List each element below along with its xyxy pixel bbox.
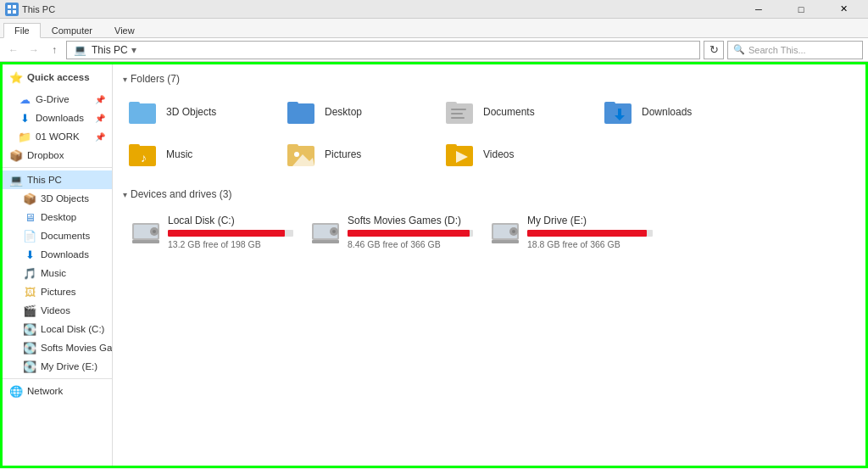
drive-item-softs-d[interactable]: Softs Movies Games (D:) 8.46 GB free of … xyxy=(303,207,481,256)
folders-section-title: Folders (7) xyxy=(131,73,180,85)
sidebar-item-quick-access[interactable]: ⭐ Quick access xyxy=(3,68,112,87)
3d-objects-icon: 📦 xyxy=(23,192,36,205)
g-drive-label: G-Drive xyxy=(36,94,70,104)
window-controls: ─ □ ✕ xyxy=(739,0,863,19)
drive-name-softs-d: Softs Movies Games (D:) xyxy=(348,215,473,226)
folder-item-music[interactable]: ♪ Music xyxy=(123,134,280,175)
sidebar-item-softs-movies[interactable]: 💽 Softs Movies Game... xyxy=(3,338,112,357)
tab-file[interactable]: File xyxy=(3,23,41,38)
sidebar-item-desktop[interactable]: 🖥 Desktop xyxy=(3,208,112,226)
ribbon: File Computer View xyxy=(0,19,868,38)
svg-text:♪: ♪ xyxy=(141,151,147,165)
sidebar-item-dropbox[interactable]: 📦 Dropbox xyxy=(3,146,112,165)
svg-point-21 xyxy=(294,152,299,157)
folders-section-header[interactable]: ▾ Folders (7) xyxy=(123,70,855,88)
softs-movies-label: Softs Movies Game... xyxy=(41,343,112,353)
sidebar-item-documents[interactable]: 📄 Documents xyxy=(3,226,112,245)
this-pc-label: This PC xyxy=(27,175,62,185)
sidebar-item-01work[interactable]: 📁 01 WORK 📌 xyxy=(3,127,112,146)
sidebar-item-downloads[interactable]: ⬇ Downloads 📌 xyxy=(3,109,112,127)
music-label: Music xyxy=(41,268,66,278)
folder-icon-3d-objects xyxy=(129,97,159,127)
sidebar-item-network[interactable]: 🌐 Network xyxy=(3,382,112,400)
minimize-button[interactable]: ─ xyxy=(739,0,778,19)
sidebar-item-videos[interactable]: 🎬 Videos xyxy=(3,301,112,320)
sidebar-divider-2 xyxy=(3,378,112,379)
desktop-icon: 🖥 xyxy=(23,210,36,224)
forward-button[interactable]: → xyxy=(25,42,42,59)
local-disk-c-icon: 💽 xyxy=(23,322,36,336)
downloads-label: Downloads xyxy=(36,113,84,123)
work-pin: 📌 xyxy=(95,132,105,142)
drive-bar-fill-my-drive-e xyxy=(527,230,647,237)
drive-bar-fill-softs-d xyxy=(348,230,470,237)
network-icon: 🌐 xyxy=(9,384,23,398)
quick-access-label: Quick access xyxy=(27,72,90,82)
svg-rect-11 xyxy=(451,113,463,114)
drive-space-local-c: 13.2 GB free of 198 GB xyxy=(168,239,293,249)
refresh-button[interactable]: ↻ xyxy=(704,41,724,59)
search-placeholder: Search This... xyxy=(748,45,806,55)
drive-bar-bg-softs-d xyxy=(348,230,473,237)
folder-item-videos[interactable]: Videos xyxy=(440,134,597,175)
up-button[interactable]: ↑ xyxy=(46,42,63,59)
folder-item-documents[interactable]: Documents xyxy=(440,92,597,132)
sidebar-item-music[interactable]: 🎵 Music xyxy=(3,264,112,282)
sidebar-item-3d-objects[interactable]: 📦 3D Objects xyxy=(3,189,112,208)
window-title: This PC xyxy=(22,4,55,14)
sidebar-item-local-disk-c[interactable]: 💽 Local Disk (C:) xyxy=(3,320,112,338)
svg-rect-35 xyxy=(312,240,339,243)
address-path-bar[interactable]: 💻 This PC ▾ xyxy=(66,41,700,59)
sidebar-item-my-drive-e[interactable]: 💽 My Drive (E:) xyxy=(3,357,112,376)
maximize-button[interactable]: □ xyxy=(782,0,821,19)
app-icon xyxy=(5,3,19,16)
svg-rect-14 xyxy=(604,102,615,109)
pictures-icon: 🖼 xyxy=(23,285,36,299)
folder-icon-music: ♪ xyxy=(129,139,159,170)
videos-icon: 🎬 xyxy=(23,304,36,317)
folder-item-desktop[interactable]: Desktop xyxy=(281,92,438,132)
drive-name-my-drive-e: My Drive (E:) xyxy=(527,215,653,226)
drive-icon-local-c xyxy=(131,216,161,247)
sidebar-item-pictures[interactable]: 🖼 Pictures xyxy=(3,282,112,301)
close-button[interactable]: ✕ xyxy=(824,0,863,19)
3d-objects-label: 3D Objects xyxy=(41,193,89,204)
folder-label-videos: Videos xyxy=(483,148,514,160)
sidebar-item-g-drive[interactable]: ☁ G-Drive 📌 xyxy=(3,90,112,109)
address-bar: ← → ↑ 💻 This PC ▾ ↻ 🔍 Search This... xyxy=(0,38,868,62)
work-label: 01 WORK xyxy=(36,131,80,142)
drive-item-my-drive-e[interactable]: My Drive (E:) 18.8 GB free of 366 GB xyxy=(482,207,660,256)
svg-point-34 xyxy=(332,230,336,233)
videos-label: Videos xyxy=(41,305,70,315)
quick-access-icon: ⭐ xyxy=(9,70,23,84)
folder-item-3d-objects[interactable]: 3D Objects xyxy=(123,92,280,132)
local-disk-c-label: Local Disk (C:) xyxy=(41,324,104,334)
search-box[interactable]: 🔍 Search This... xyxy=(727,41,863,59)
tab-computer[interactable]: Computer xyxy=(41,23,103,37)
drives-chevron-icon: ▾ xyxy=(123,190,127,199)
back-button[interactable]: ← xyxy=(5,42,22,59)
svg-rect-2 xyxy=(8,10,11,14)
folder-item-pictures[interactable]: Pictures xyxy=(281,134,438,175)
sidebar-item-downloads2[interactable]: ⬇ Downloads xyxy=(3,245,112,264)
sidebar-item-this-pc[interactable]: 💻 This PC xyxy=(3,170,112,189)
downloads2-label: Downloads xyxy=(41,249,89,260)
folder-label-documents: Documents xyxy=(483,106,535,118)
dropbox-icon: 📦 xyxy=(9,148,23,162)
folder-item-downloads[interactable]: Downloads xyxy=(598,92,755,132)
pictures-label: Pictures xyxy=(41,287,76,297)
drive-bar-bg-local-c xyxy=(168,230,293,237)
sidebar: ⭐ Quick access ☁ G-Drive 📌 ⬇ Downloads 📌… xyxy=(3,64,113,466)
folder-label-pictures: Pictures xyxy=(325,148,361,160)
svg-rect-5 xyxy=(129,102,140,109)
music-icon: 🎵 xyxy=(23,266,36,280)
search-icon: 🔍 xyxy=(733,44,745,55)
drives-section-header[interactable]: ▾ Devices and drives (3) xyxy=(123,185,855,204)
tab-view[interactable]: View xyxy=(103,23,146,37)
sidebar-divider-1 xyxy=(3,167,112,168)
folder-icon-documents xyxy=(446,97,476,127)
svg-point-29 xyxy=(153,230,156,233)
drive-item-local-c[interactable]: Local Disk (C:) 13.2 GB free of 198 GB xyxy=(123,207,301,256)
documents-label: Documents xyxy=(41,231,90,241)
folder-label-downloads: Downloads xyxy=(642,106,692,118)
